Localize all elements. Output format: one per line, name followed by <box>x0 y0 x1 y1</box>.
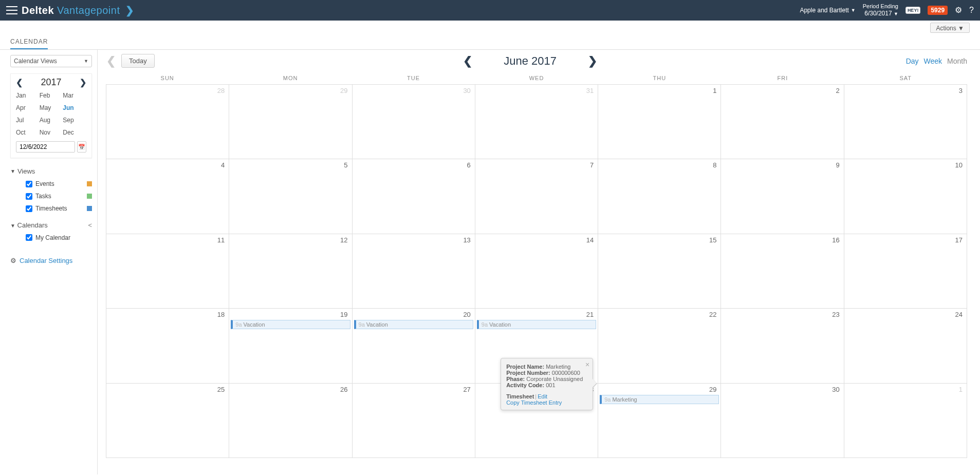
day-cell[interactable]: 7 <box>475 159 598 233</box>
day-cell[interactable]: 16 <box>721 234 844 308</box>
day-number: 2 <box>836 87 839 94</box>
day-cell[interactable]: 31 <box>475 85 598 159</box>
events-checkbox-row: Events <box>26 180 92 187</box>
year-prev-button[interactable]: ❮ <box>16 78 23 87</box>
help-icon[interactable]: ? <box>969 6 974 15</box>
timesheets-checkbox[interactable] <box>26 205 32 212</box>
view-day[interactable]: Day <box>906 57 919 65</box>
gear-icon[interactable]: ⚙ <box>955 5 962 15</box>
dow-header: SUN <box>106 72 229 84</box>
day-number: 12 <box>340 236 347 244</box>
popup-projname-val: Marketing <box>544 364 570 370</box>
popup-edit-link[interactable]: Edit <box>538 393 547 399</box>
day-number: 31 <box>586 87 594 94</box>
day-cell[interactable]: 3 <box>844 85 967 159</box>
popup-actcode-key: Activity Code: <box>506 382 544 388</box>
day-cell[interactable]: 209aVacation <box>353 309 475 383</box>
view-week[interactable]: Week <box>924 57 942 65</box>
day-cell[interactable]: 25 <box>106 384 229 458</box>
month-mar[interactable]: Mar <box>63 91 86 100</box>
month-dec[interactable]: Dec <box>63 128 86 137</box>
day-cell[interactable]: 28 <box>106 85 229 159</box>
view-month[interactable]: Month <box>947 57 967 65</box>
company-dropdown[interactable]: Apple and Bartlett ▼ <box>800 7 855 14</box>
day-cell[interactable]: 299aMarketing <box>598 384 721 458</box>
period-label: Period Ending <box>863 3 898 10</box>
calendar-event[interactable]: 9aMarketing <box>600 395 719 404</box>
day-cell[interactable]: 17 <box>844 234 967 308</box>
calendar-picker-icon[interactable]: 📅 <box>77 141 86 153</box>
calendars-section-header[interactable]: ▼ Calendars < <box>10 221 92 229</box>
month-may[interactable]: May <box>40 103 63 112</box>
day-cell[interactable]: 15 <box>598 234 721 308</box>
menu-icon[interactable] <box>6 6 17 14</box>
month-sep[interactable]: Sep <box>63 116 86 125</box>
tab-calendar[interactable]: CALENDAR <box>10 35 48 49</box>
day-cell[interactable]: 4 <box>106 159 229 233</box>
day-cell[interactable]: 23 <box>721 309 844 383</box>
day-cell[interactable]: 9 <box>721 159 844 233</box>
hey-badge[interactable]: HEY! <box>905 7 921 14</box>
day-cell[interactable]: 12 <box>229 234 352 308</box>
year-next-button[interactable]: ❯ <box>80 78 86 87</box>
day-cell[interactable]: 1 <box>598 85 721 159</box>
timesheets-color-swatch <box>87 206 92 211</box>
day-cell[interactable]: 27 <box>353 384 475 458</box>
day-number: 23 <box>832 311 839 318</box>
company-name: Apple and Bartlett <box>800 7 848 14</box>
day-cell[interactable]: 8 <box>598 159 721 233</box>
day-cell[interactable]: 6 <box>353 159 475 233</box>
day-cell[interactable]: 29 <box>229 85 352 159</box>
month-jul[interactable]: Jul <box>16 116 40 125</box>
today-button[interactable]: Today <box>121 54 155 68</box>
day-cell[interactable]: 14 <box>475 234 598 308</box>
day-cell[interactable]: 5 <box>229 159 352 233</box>
month-apr[interactable]: Apr <box>16 103 40 112</box>
month-aug[interactable]: Aug <box>40 116 63 125</box>
day-cell[interactable]: 24 <box>844 309 967 383</box>
mini-calendar: ❮ 2017 ❯ JanFebMarAprMayJunJulAugSepOctN… <box>10 73 92 158</box>
share-icon[interactable]: < <box>88 221 92 229</box>
month-prev-button[interactable]: ❮ <box>463 54 473 68</box>
day-cell[interactable]: 22 <box>598 309 721 383</box>
events-color-swatch <box>87 181 92 186</box>
day-cell[interactable]: 13 <box>353 234 475 308</box>
popup-copy-link[interactable]: Copy Timesheet Entry <box>506 399 562 406</box>
views-section-header[interactable]: ▼ Views <box>10 167 92 175</box>
day-cell[interactable]: 11 <box>106 234 229 308</box>
day-cell[interactable]: 2 <box>721 85 844 159</box>
day-number: 7 <box>590 161 594 169</box>
events-checkbox[interactable] <box>26 181 32 187</box>
day-number: 1 <box>713 87 716 94</box>
day-number: 29 <box>340 87 347 94</box>
month-oct[interactable]: Oct <box>16 128 40 137</box>
month-jan[interactable]: Jan <box>16 91 40 100</box>
tasks-checkbox[interactable] <box>26 193 32 200</box>
period-dropdown[interactable]: Period Ending 6/30/2017 ▼ <box>863 3 898 17</box>
calendar-event[interactable]: 9aVacation <box>477 320 596 329</box>
actions-button[interactable]: Actions ▼ <box>930 23 970 33</box>
dow-header: FRI <box>721 72 844 84</box>
calendar-views-select[interactable]: Calendar Views ▼ <box>10 55 92 67</box>
dow-header: MON <box>229 72 352 84</box>
my-calendar-checkbox[interactable] <box>26 234 32 241</box>
month-jun[interactable]: Jun <box>63 103 86 112</box>
date-input[interactable] <box>16 141 75 153</box>
day-cell[interactable]: 18 <box>106 309 229 383</box>
month-nov[interactable]: Nov <box>40 128 63 137</box>
day-cell[interactable]: 199aVacation <box>229 309 352 383</box>
calendar-event[interactable]: 9aVacation <box>354 320 473 329</box>
day-cell[interactable]: 30 <box>353 85 475 159</box>
brand-logo[interactable]: Deltek Vantagepoint ❯ <box>22 4 134 16</box>
day-cell[interactable]: 1 <box>844 384 967 458</box>
calendar-settings-link[interactable]: ⚙ Calendar Settings <box>10 257 92 264</box>
calendar-event[interactable]: 9aVacation <box>231 320 350 329</box>
day-cell[interactable]: 30 <box>721 384 844 458</box>
notification-badge[interactable]: 5929 <box>928 6 948 15</box>
month-feb[interactable]: Feb <box>40 91 63 100</box>
day-cell[interactable]: 10 <box>844 159 967 233</box>
month-next-button[interactable]: ❯ <box>587 54 598 68</box>
timesheets-label: Timesheets <box>35 205 67 212</box>
close-icon[interactable]: × <box>585 360 589 369</box>
day-cell[interactable]: 26 <box>229 384 352 458</box>
